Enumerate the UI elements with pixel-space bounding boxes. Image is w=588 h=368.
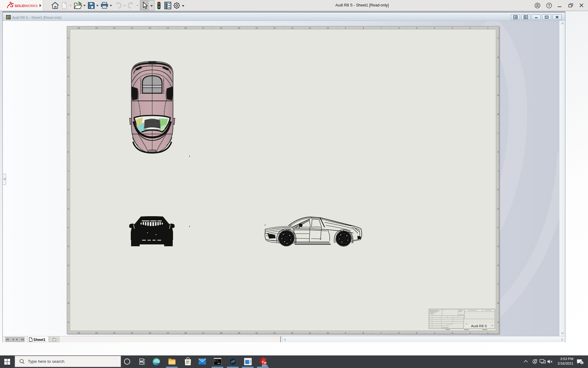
- svg-text:R: R: [68, 56, 69, 59]
- svg-text:22: 22: [113, 27, 115, 29]
- svg-text:A: A: [497, 321, 499, 323]
- svg-text:C: C: [497, 283, 499, 285]
- svg-text:23: 23: [95, 332, 98, 334]
- svg-text:?: ?: [548, 4, 550, 7]
- svg-text:4: 4: [434, 332, 435, 334]
- svg-text:14: 14: [255, 332, 258, 334]
- svg-text:2: 2: [581, 361, 582, 365]
- svg-text:20: 20: [149, 27, 151, 29]
- svg-text:G: G: [497, 208, 499, 210]
- svg-text:T: T: [497, 37, 499, 40]
- svg-text:G: G: [68, 208, 69, 210]
- svg-text:16: 16: [220, 332, 222, 334]
- svg-text:3: 3: [452, 27, 453, 29]
- svg-text:15: 15: [238, 332, 240, 334]
- svg-text:P: P: [497, 75, 499, 78]
- svg-text:F: F: [68, 227, 69, 229]
- svg-text:12: 12: [291, 332, 293, 334]
- svg-text:13: 13: [273, 27, 276, 29]
- svg-text:E: E: [68, 245, 69, 247]
- svg-text:15: 15: [238, 27, 240, 29]
- svg-text:P: P: [68, 75, 69, 78]
- svg-text:K: K: [68, 151, 69, 153]
- svg-text:14: 14: [255, 27, 258, 29]
- svg-text:9: 9: [345, 332, 346, 334]
- svg-text:8: 8: [363, 27, 364, 29]
- svg-text:24: 24: [77, 27, 80, 29]
- svg-text:1: 1: [487, 332, 488, 334]
- svg-text:4: 4: [434, 27, 435, 29]
- svg-text:J: J: [68, 170, 69, 172]
- svg-text:10: 10: [326, 27, 329, 29]
- svg-text:2: 2: [469, 332, 471, 334]
- svg-text:D: D: [68, 264, 69, 266]
- svg-text:D: D: [497, 264, 499, 266]
- svg-text:Audi R8 S: Audi R8 S: [471, 324, 487, 328]
- svg-text:A3: A3: [492, 324, 493, 326]
- svg-text:7: 7: [381, 27, 382, 29]
- svg-text:17: 17: [202, 27, 205, 29]
- svg-text:B: B: [497, 302, 499, 304]
- svg-text:B: B: [68, 302, 69, 304]
- svg-text:N: N: [497, 94, 499, 96]
- svg-text:12: 12: [291, 27, 293, 29]
- svg-text:19: 19: [167, 27, 169, 29]
- svg-text:S: S: [262, 360, 264, 363]
- svg-text:18: 18: [184, 332, 187, 334]
- svg-text:M: M: [497, 113, 499, 115]
- svg-text:N: N: [68, 94, 69, 96]
- svg-text:8: 8: [363, 332, 364, 334]
- svg-text:19: 19: [167, 332, 169, 334]
- svg-text:C:\_: C:\_: [215, 360, 220, 362]
- svg-text:F: F: [497, 227, 499, 229]
- svg-text:13: 13: [273, 332, 276, 334]
- svg-text:2021: 2021: [262, 364, 267, 367]
- svg-text:J: J: [498, 170, 499, 172]
- svg-text:5: 5: [416, 332, 417, 334]
- svg-text:2: 2: [469, 27, 471, 29]
- svg-text:1: 1: [487, 27, 488, 29]
- svg-text:5: 5: [416, 27, 417, 29]
- svg-text:20: 20: [149, 332, 151, 334]
- svg-text:6: 6: [398, 332, 400, 334]
- svg-text:17: 17: [202, 332, 205, 334]
- svg-text:R: R: [497, 56, 499, 59]
- svg-text:11: 11: [309, 27, 311, 29]
- svg-text:21: 21: [131, 27, 133, 29]
- svg-text:24: 24: [77, 332, 80, 334]
- svg-text:6: 6: [398, 27, 400, 29]
- svg-text:K: K: [497, 151, 499, 153]
- svg-text:SOLIDWORKS: SOLIDWORKS: [15, 4, 38, 8]
- svg-text:A: A: [68, 321, 69, 323]
- svg-text:22: 22: [113, 332, 115, 334]
- svg-text:E: E: [497, 245, 499, 247]
- svg-text:3: 3: [452, 332, 453, 334]
- svg-text:21: 21: [131, 332, 133, 334]
- svg-text:L: L: [498, 132, 499, 134]
- svg-text:M: M: [68, 113, 70, 115]
- svg-text:11: 11: [309, 332, 311, 334]
- svg-text:18: 18: [184, 27, 187, 29]
- svg-text:23: 23: [95, 27, 98, 29]
- svg-text:T: T: [68, 37, 69, 40]
- svg-text:16: 16: [220, 27, 222, 29]
- svg-text:L: L: [68, 132, 69, 134]
- svg-text:9: 9: [345, 27, 346, 29]
- svg-text:H: H: [497, 189, 499, 191]
- svg-text:7: 7: [381, 332, 382, 334]
- svg-text:10: 10: [326, 332, 329, 334]
- svg-text:C: C: [68, 283, 69, 285]
- svg-text:H: H: [68, 189, 69, 191]
